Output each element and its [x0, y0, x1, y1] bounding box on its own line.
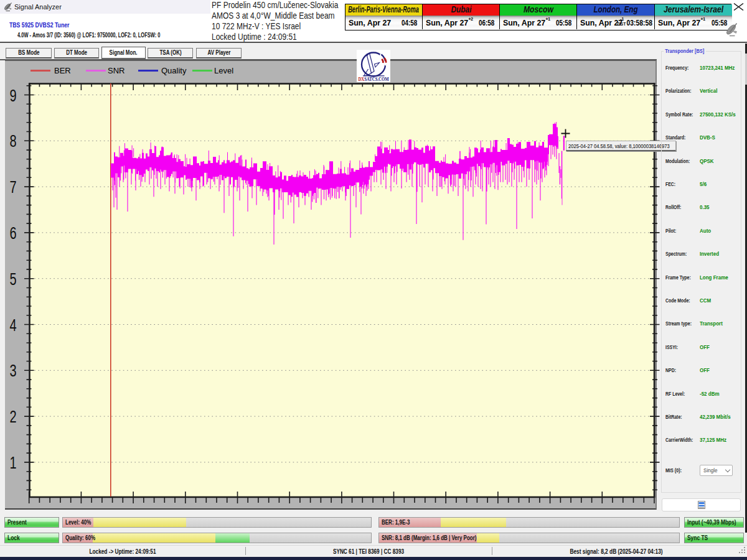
svg-text:DXSATCS.COM: DXSATCS.COM — [359, 77, 389, 82]
